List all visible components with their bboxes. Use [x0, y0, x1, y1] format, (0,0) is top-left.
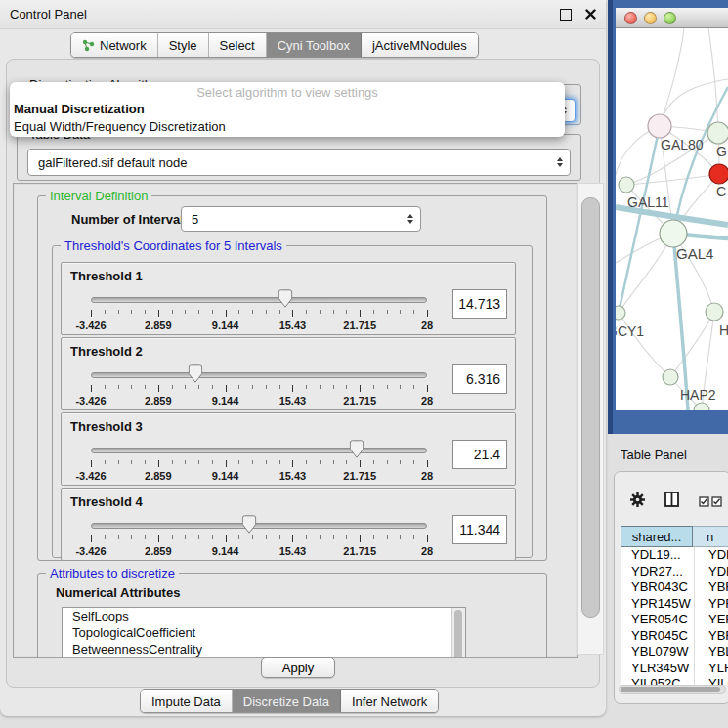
tick-mark [320, 535, 321, 539]
tick-mark [145, 460, 146, 464]
split-columns-icon[interactable] [664, 492, 679, 507]
tick-mark [172, 385, 173, 389]
tick-mark [252, 385, 253, 389]
attribute-list-item[interactable]: BetweennessCentrality [63, 641, 465, 658]
column-header-name[interactable]: n [693, 526, 728, 547]
tab-network[interactable]: Network [71, 33, 158, 57]
tab-select[interactable]: Select [209, 33, 267, 57]
panel-vertical-scrollbar-thumb[interactable] [581, 197, 600, 618]
algorithm-option-equal-width-frequency-discretization[interactable]: Equal Width/Frequency Discretization [10, 118, 565, 136]
table-row[interactable]: YLR345WYLR3 [621, 661, 728, 677]
gear-icon[interactable] [629, 492, 646, 508]
tab-label: jActiveMNodules [372, 38, 467, 53]
checkbox-icon[interactable] [699, 496, 709, 507]
close-icon[interactable] [585, 9, 596, 20]
table-cell: YIL052C [621, 676, 694, 685]
tab-impute-data[interactable]: Impute Data [141, 690, 233, 712]
mac-zoom-button[interactable] [664, 12, 676, 24]
table-row[interactable]: YBR045CYBR0 [621, 628, 728, 645]
table-cell: YDL1 [694, 547, 728, 564]
tab-label: Infer Network [352, 694, 427, 708]
tick-mark [118, 385, 119, 389]
table-row[interactable]: YBL079WYBL0 [621, 644, 728, 661]
threshold-slider[interactable]: -3.4262.8599.14415.4321.71528 [91, 364, 427, 407]
tab-jactivemnodules[interactable]: jActiveMNodules [362, 33, 478, 57]
apply-button[interactable]: Apply [261, 657, 335, 678]
combo-stepper-icon [407, 214, 413, 224]
tick-mark [306, 460, 307, 464]
network-window-titlebar[interactable] [616, 8, 728, 28]
threshold-slider[interactable]: -3.4262.8599.14415.4321.71528 [91, 514, 427, 557]
table-row[interactable]: YDL19...YDL1 [621, 547, 728, 564]
panel-vertical-scrollbar[interactable] [577, 183, 604, 655]
slider-thumb[interactable] [349, 440, 364, 458]
column-header-shared[interactable]: shared... [621, 526, 693, 547]
network-node-h[interactable] [706, 303, 723, 321]
slider-thumb[interactable] [241, 515, 256, 534]
network-icon [82, 39, 95, 52]
threshold-slider[interactable]: -3.4262.8599.14415.4321.71528 [91, 288, 427, 331]
slider-ticks [91, 385, 427, 393]
numerical-attributes-list[interactable]: SelfLoopsTopologicalCoefficientBetweenne… [62, 607, 466, 658]
tick-label: 21.715 [343, 470, 376, 482]
attributes-scrollbar[interactable] [451, 608, 465, 658]
tick-label: 2.859 [145, 320, 172, 331]
network-node-gal11[interactable] [619, 177, 634, 193]
tick-mark [252, 310, 253, 314]
control-panel-window: Control Panel NetworkStyleSelectCyni Too… [0, 0, 606, 716]
slider-thumb[interactable] [278, 289, 292, 308]
table-horizontal-scrollbar[interactable] [619, 685, 726, 694]
attributes-scrollbar-thumb[interactable] [454, 610, 462, 658]
network-node-g[interactable] [707, 122, 728, 144]
table-row[interactable]: YDR27...YDR2 [621, 564, 728, 580]
network-window[interactable]: GAL80GCGAL11GAL4GCY1HHAP2 [608, 0, 728, 434]
network-node-gal80[interactable] [648, 114, 671, 138]
threshold-slider[interactable]: -3.4262.8599.14415.4321.71528 [91, 439, 427, 482]
attribute-list-item[interactable]: TopologicalCoefficient [63, 624, 465, 641]
tab-style[interactable]: Style [158, 33, 209, 57]
network-node-gcy1[interactable] [616, 306, 625, 320]
threshold-value-box[interactable]: 21.4 [452, 440, 507, 469]
table-data-combobox[interactable]: galFiltered.sif default node [27, 149, 571, 176]
tab-discretize-data[interactable]: Discretize Data [233, 690, 341, 712]
tab-cyni-toolbox[interactable]: Cyni Toolbox [267, 33, 362, 57]
network-node-gal4[interactable] [660, 220, 687, 247]
threshold-value-box[interactable]: 14.713 [452, 289, 507, 319]
tick-mark [413, 535, 414, 539]
mac-minimize-button[interactable] [644, 12, 657, 24]
slider-thumb[interactable] [188, 364, 202, 383]
table-horizontal-scrollbar-thumb[interactable] [621, 687, 720, 692]
tick-mark [387, 535, 388, 539]
network-node-hap2[interactable] [663, 369, 678, 385]
algorithm-option-manual-discretization[interactable]: Manual Discretization [10, 101, 565, 118]
slider-track[interactable] [91, 297, 427, 303]
slider-track[interactable] [91, 372, 427, 378]
network-nodes: GAL80GCGAL11GAL4GCY1HHAP2 [616, 114, 728, 410]
tick-mark [387, 310, 388, 314]
tab-infer-network[interactable]: Infer Network [341, 690, 438, 712]
network-node[interactable] [694, 403, 709, 410]
network-node-c[interactable] [709, 164, 728, 184]
network-canvas[interactable]: GAL80GCGAL11GAL4GCY1HHAP2 [616, 28, 728, 410]
table-row[interactable]: YBR043CYBR0 [621, 579, 728, 596]
attribute-list-item[interactable]: SelfLoops [63, 608, 465, 624]
table-cell: YBR0 [694, 579, 728, 596]
tick-mark [292, 460, 293, 467]
tick-label: 28 [421, 545, 433, 557]
threshold-value-box[interactable]: 6.316 [452, 364, 507, 394]
number-of-intervals-combobox[interactable]: 5 [181, 206, 421, 232]
tick-mark [306, 535, 307, 539]
tick-mark [198, 535, 199, 539]
slider-track[interactable] [91, 448, 427, 453]
table-cell: YDR2 [694, 564, 728, 580]
threshold-value-box[interactable]: 11.344 [452, 515, 507, 544]
tick-mark [346, 385, 347, 389]
slider-track[interactable] [91, 523, 427, 529]
table-row[interactable]: YPR145WYPR1 [621, 596, 728, 613]
mac-close-button[interactable] [624, 12, 637, 24]
table-row[interactable]: YER054CYER0 [621, 612, 728, 628]
float-icon[interactable] [560, 9, 572, 21]
slider-tick-labels: -3.4262.8599.14415.4321.71528 [91, 470, 427, 482]
checkbox-icon[interactable] [711, 496, 722, 507]
table-row[interactable]: YIL052CYIL0 [621, 676, 728, 685]
